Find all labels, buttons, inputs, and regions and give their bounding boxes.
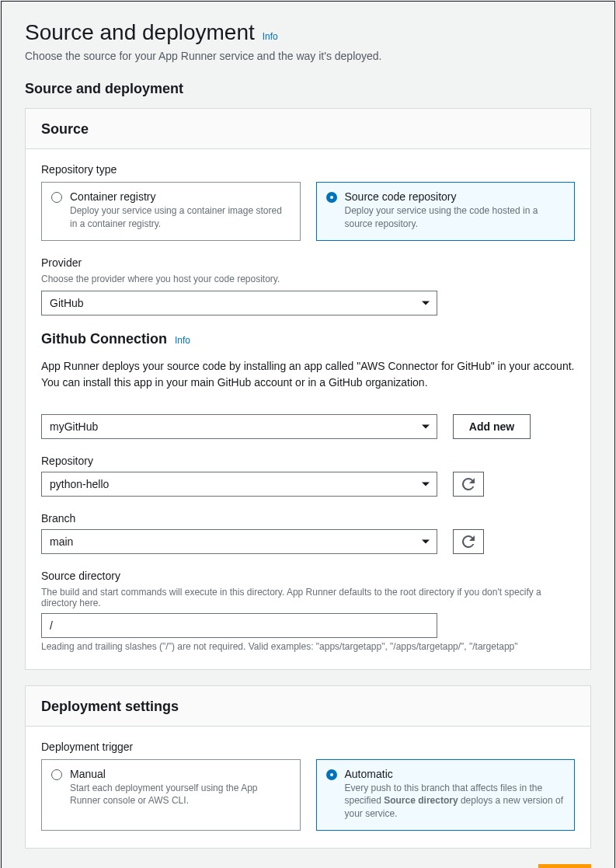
- page-title: Source and deployment: [25, 20, 255, 44]
- source-dir-hint-top: The build and start commands will execut…: [41, 587, 575, 608]
- repo-type-source-desc: Deploy your service using the code hoste…: [345, 204, 566, 231]
- section-heading: Source and deployment: [25, 81, 591, 97]
- radio-icon: [51, 769, 62, 780]
- github-connection-heading: Github Connection: [41, 331, 167, 347]
- refresh-icon: [462, 478, 475, 490]
- repo-type-source-title: Source code repository: [345, 190, 566, 203]
- refresh-repository-button[interactable]: [453, 472, 484, 497]
- provider-hint: Choose the provider where you host your …: [41, 274, 575, 284]
- branch-label: Branch: [41, 512, 575, 525]
- deployment-trigger-label: Deployment trigger: [41, 741, 575, 753]
- repository-select[interactable]: python-hello: [41, 472, 437, 497]
- deployment-manual-title: Manual: [70, 768, 291, 780]
- repo-type-source-code[interactable]: Source code repository Deploy your servi…: [316, 182, 576, 241]
- add-new-button[interactable]: Add new: [453, 414, 531, 439]
- source-card: Source Repository type Container registr…: [25, 108, 591, 670]
- refresh-icon: [462, 535, 475, 548]
- github-connection-info-link[interactable]: Info: [175, 335, 190, 346]
- deployment-card-title: Deployment settings: [26, 686, 590, 727]
- source-dir-hint-bottom: Leading and trailing slashes ("/") are n…: [41, 641, 575, 652]
- source-card-title: Source: [26, 109, 590, 149]
- deployment-card: Deployment settings Deployment trigger M…: [25, 685, 591, 849]
- repo-type-container-title: Container registry: [70, 190, 291, 203]
- provider-select[interactable]: GitHub: [41, 291, 437, 315]
- source-dir-input[interactable]: [41, 613, 437, 638]
- github-connection-desc: App Runner deploys your source code by i…: [41, 358, 575, 391]
- repo-type-container-desc: Deploy your service using a container im…: [70, 204, 291, 231]
- radio-icon: [326, 769, 337, 780]
- repo-type-label: Repository type: [41, 163, 575, 176]
- refresh-branch-button[interactable]: [453, 529, 484, 554]
- page-subtitle: Choose the source for your App Runner se…: [25, 50, 591, 62]
- deployment-manual-desc: Start each deployment yourself using the…: [70, 782, 291, 808]
- deployment-automatic-desc: Every push to this branch that affects f…: [345, 782, 566, 821]
- radio-icon: [326, 192, 337, 203]
- next-button[interactable]: Next: [538, 864, 591, 868]
- provider-label: Provider: [41, 256, 575, 269]
- deployment-trigger-manual[interactable]: Manual Start each deployment yourself us…: [41, 759, 301, 831]
- repository-label: Repository: [41, 455, 575, 467]
- source-dir-label: Source directory: [41, 570, 575, 582]
- branch-select[interactable]: main: [41, 529, 437, 554]
- radio-icon: [51, 192, 62, 203]
- connection-select[interactable]: myGitHub: [41, 414, 437, 439]
- repo-type-container-registry[interactable]: Container registry Deploy your service u…: [41, 182, 301, 241]
- info-link[interactable]: Info: [263, 31, 278, 42]
- deployment-automatic-title: Automatic: [345, 768, 566, 780]
- deployment-trigger-automatic[interactable]: Automatic Every push to this branch that…: [316, 759, 576, 831]
